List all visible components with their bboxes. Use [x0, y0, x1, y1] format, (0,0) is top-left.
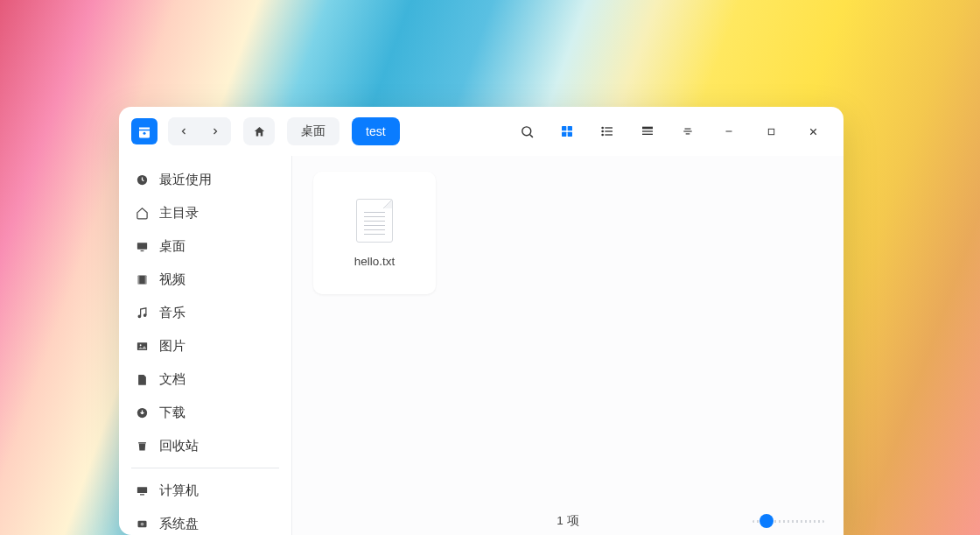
menu-button[interactable] — [670, 117, 705, 145]
list-icon — [600, 124, 614, 138]
sidebar-item-documents[interactable]: 文档 — [119, 363, 291, 396]
file-manager-window: 桌面 test 最近使用 — [119, 107, 844, 535]
clock-icon — [135, 172, 149, 187]
svg-rect-24 — [136, 243, 146, 250]
svg-rect-34 — [138, 442, 146, 443]
disk-icon — [135, 517, 149, 531]
file-name: hello.txt — [354, 255, 396, 268]
text-file-icon — [356, 199, 393, 243]
sidebar-separator — [131, 468, 279, 468]
file-grid[interactable]: hello.txt — [292, 156, 844, 507]
view-grid-button[interactable] — [550, 117, 584, 145]
svg-point-38 — [140, 522, 144, 525]
app-icon — [131, 118, 158, 144]
svg-rect-3 — [562, 126, 566, 130]
svg-point-32 — [139, 344, 141, 346]
sidebar-item-label: 计算机 — [159, 482, 199, 499]
svg-rect-27 — [137, 275, 139, 284]
svg-point-30 — [144, 313, 146, 316]
close-icon — [808, 126, 819, 137]
home-icon — [135, 206, 149, 220]
svg-rect-4 — [568, 126, 572, 130]
desktop-icon — [135, 239, 149, 253]
svg-rect-15 — [642, 134, 653, 135]
search-icon — [520, 124, 535, 139]
sidebar-item-label: 图片 — [159, 338, 186, 355]
svg-rect-6 — [568, 132, 572, 137]
minimize-icon — [724, 126, 734, 137]
sidebar-item-label: 桌面 — [159, 238, 186, 255]
svg-rect-14 — [642, 130, 653, 131]
sidebar-item-computer[interactable]: 计算机 — [119, 474, 291, 507]
sidebar-item-home[interactable]: 主目录 — [119, 196, 291, 229]
view-detail-button[interactable] — [630, 117, 665, 145]
sidebar-item-label: 主目录 — [159, 205, 199, 222]
view-list-button[interactable] — [590, 117, 625, 145]
status-count: 1 项 — [556, 513, 578, 529]
download-icon — [135, 405, 149, 419]
breadcrumb-current[interactable]: test — [352, 117, 400, 145]
svg-rect-35 — [136, 487, 146, 493]
sidebar-item-desktop[interactable]: 桌面 — [119, 229, 291, 263]
file-item[interactable]: hello.txt — [313, 172, 436, 294]
sidebar: 最近使用 主目录 桌面 视频 音乐 图片 — [119, 156, 292, 535]
svg-point-11 — [602, 130, 603, 131]
computer-icon — [135, 483, 149, 497]
image-icon — [135, 339, 149, 353]
sidebar-item-label: 文档 — [159, 371, 186, 388]
maximize-icon — [766, 127, 776, 137]
nav-buttons — [168, 117, 231, 145]
svg-point-12 — [602, 134, 603, 135]
svg-rect-20 — [768, 129, 774, 134]
forward-button[interactable] — [200, 117, 231, 145]
svg-rect-36 — [140, 494, 144, 495]
detail-icon — [640, 124, 654, 138]
sidebar-item-label: 音乐 — [159, 305, 186, 321]
content-area: hello.txt 1 项 — [292, 156, 844, 535]
zoom-thumb[interactable] — [760, 514, 774, 528]
sidebar-item-sysdisk[interactable]: 系统盘 — [119, 507, 291, 535]
sidebar-item-label: 系统盘 — [159, 516, 199, 532]
statusbar: 1 项 — [292, 507, 844, 535]
sidebar-item-label: 视频 — [159, 271, 186, 288]
trash-icon — [135, 439, 149, 453]
search-button[interactable] — [509, 117, 544, 145]
svg-point-29 — [138, 315, 141, 318]
sidebar-item-pictures[interactable]: 图片 — [119, 329, 291, 363]
back-button[interactable] — [168, 117, 200, 145]
svg-rect-28 — [144, 275, 146, 284]
hamburger-icon — [682, 125, 694, 137]
sidebar-item-music[interactable]: 音乐 — [119, 296, 291, 329]
file-icon — [135, 372, 149, 386]
breadcrumb-parent[interactable]: 桌面 — [287, 117, 340, 145]
svg-point-10 — [602, 127, 603, 128]
sidebar-item-label: 最近使用 — [159, 172, 212, 188]
svg-rect-13 — [642, 127, 653, 130]
sidebar-item-recent[interactable]: 最近使用 — [119, 163, 291, 196]
sidebar-item-downloads[interactable]: 下载 — [119, 396, 291, 429]
home-button[interactable] — [243, 117, 275, 145]
svg-point-0 — [144, 132, 146, 135]
svg-line-2 — [529, 134, 532, 137]
maximize-button[interactable] — [752, 117, 789, 145]
sidebar-item-label: 回收站 — [159, 438, 199, 454]
music-icon — [135, 306, 149, 320]
titlebar: 桌面 test — [119, 107, 844, 156]
zoom-slider[interactable] — [752, 515, 824, 527]
svg-rect-25 — [140, 250, 144, 250]
svg-rect-5 — [562, 132, 566, 137]
close-button[interactable] — [794, 117, 831, 145]
film-icon — [135, 272, 149, 286]
grid-icon — [560, 124, 574, 138]
svg-point-1 — [522, 126, 530, 135]
sidebar-item-trash[interactable]: 回收站 — [119, 429, 291, 462]
sidebar-item-videos[interactable]: 视频 — [119, 263, 291, 296]
minimize-button[interactable] — [710, 117, 747, 145]
sidebar-item-label: 下载 — [159, 405, 186, 421]
